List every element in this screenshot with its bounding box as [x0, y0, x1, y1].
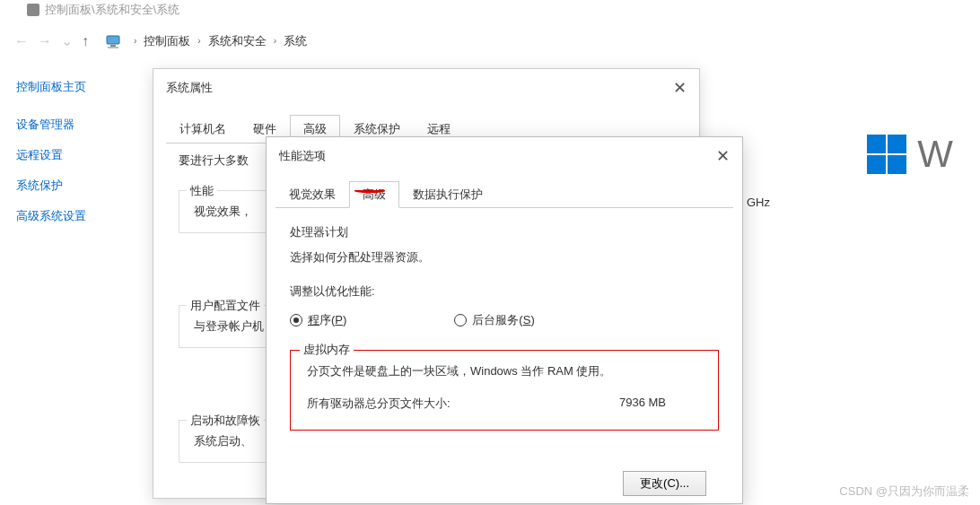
virtual-memory-group: 虚拟内存 分页文件是硬盘上的一块区域，Windows 当作 RAM 使用。 所有…	[290, 350, 719, 431]
breadcrumb[interactable]: › 控制面板 › 系统和安全 › 系统	[128, 33, 309, 49]
sidebar-item-advanced[interactable]: 高级系统设置	[16, 208, 142, 224]
svg-rect-2	[108, 47, 118, 48]
dialog-title: 性能选项	[279, 148, 326, 164]
chevron-right-icon[interactable]: ›	[274, 36, 276, 46]
annotation-mark	[354, 189, 385, 193]
radio-group: 程序(P) 后台服务(S)	[290, 312, 719, 328]
vm-total-value: 7936 MB	[619, 396, 666, 412]
app-icon	[27, 4, 39, 16]
watermark: CSDN @只因为你而温柔	[839, 483, 969, 500]
tab-dep[interactable]: 数据执行保护	[399, 181, 496, 208]
group-label: 性能	[187, 183, 217, 199]
radio-label: 后台服务(S)	[472, 312, 534, 328]
sidebar-item-remote[interactable]: 远程设置	[16, 147, 142, 163]
radio-programs[interactable]: 程序(P)	[290, 312, 346, 328]
cpu-section-desc: 选择如何分配处理器资源。	[290, 249, 719, 266]
windows-flag-icon	[867, 135, 906, 174]
adjust-label: 调整以优化性能:	[290, 283, 719, 300]
address-bar: ← → ⌄ ↑ › 控制面板 › 系统和安全 › 系统	[0, 27, 980, 55]
cpu-ghz-label: GHz	[747, 196, 770, 209]
forward-arrow-icon[interactable]: →	[38, 33, 52, 49]
vm-total-label: 所有驱动器总分页文件大小:	[307, 396, 451, 412]
radio-label: 程序(P)	[308, 312, 346, 328]
up-arrow-icon[interactable]: ↑	[82, 33, 89, 49]
windows-text: W	[917, 133, 953, 176]
performance-options-tabs: 视觉效果 高级 数据执行保护	[276, 180, 733, 208]
svg-rect-1	[110, 45, 116, 47]
tab-visual-effects[interactable]: 视觉效果	[276, 181, 349, 208]
dialog-title: 系统属性	[166, 80, 213, 96]
sidebar-item-device-manager[interactable]: 设备管理器	[16, 117, 142, 133]
breadcrumb-item[interactable]: 系统	[284, 33, 307, 49]
radio-background[interactable]: 后台服务(S)	[454, 312, 534, 328]
chevron-right-icon[interactable]: ›	[134, 36, 136, 46]
breadcrumb-item[interactable]: 系统和安全	[208, 33, 267, 49]
change-button[interactable]: 更改(C)...	[623, 471, 706, 496]
chevron-right-icon[interactable]: ›	[197, 36, 200, 46]
vm-desc: 分页文件是硬盘上的一块区域，Windows 当作 RAM 使用。	[307, 363, 702, 379]
radio-icon	[454, 314, 467, 327]
window-titlebar: 控制面板\系统和安全\系统	[0, 0, 206, 20]
dialog2-body: 处理器计划 选择如何分配处理器资源。 调整以优化性能: 程序(P) 后台服务(S…	[267, 208, 742, 447]
window-title-text: 控制面板\系统和安全\系统	[45, 2, 179, 18]
recent-dropdown-icon[interactable]: ⌄	[61, 32, 73, 49]
close-icon[interactable]: ✕	[673, 78, 687, 98]
sidebar-item-home[interactable]: 控制面板主页	[16, 79, 142, 95]
svg-rect-0	[107, 36, 119, 44]
sidebar: 控制面板主页 设备管理器 远程设置 系统保护 高级系统设置	[16, 79, 142, 239]
back-arrow-icon[interactable]: ←	[14, 33, 29, 49]
windows-logo: W	[867, 133, 953, 176]
performance-options-dialog: 性能选项 ✕ 视觉效果 高级 数据执行保护 处理器计划 选择如何分配处理器资源。…	[266, 136, 743, 504]
close-icon[interactable]: ✕	[716, 146, 730, 166]
sidebar-item-protection[interactable]: 系统保护	[16, 178, 142, 194]
group-label: 虚拟内存	[300, 342, 354, 358]
breadcrumb-item[interactable]: 控制面板	[144, 33, 190, 49]
group-label: 用户配置文件	[187, 298, 264, 314]
group-label: 启动和故障恢	[187, 413, 264, 429]
tab-computer-name[interactable]: 计算机名	[166, 115, 240, 144]
computer-icon	[105, 35, 121, 48]
tab-advanced[interactable]: 高级	[349, 181, 399, 208]
cpu-section-title: 处理器计划	[290, 224, 719, 240]
radio-icon	[290, 314, 302, 327]
